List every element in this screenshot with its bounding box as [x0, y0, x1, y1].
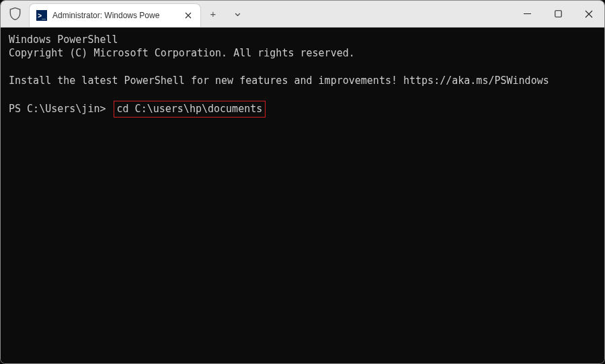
titlebar-drag-area[interactable] — [249, 1, 512, 27]
prompt-line: PS C:\Users\jin> cd C:\users\hp\document… — [9, 101, 596, 117]
close-button[interactable] — [573, 1, 604, 28]
powershell-icon: >_ — [36, 10, 47, 21]
prompt-prefix: PS C:\Users\jin> — [9, 102, 112, 116]
tab-actions: + ⌄ — [201, 1, 249, 27]
tab-close-button[interactable] — [183, 10, 194, 21]
terminal-line-2: Copyright (C) Microsoft Corporation. All… — [9, 46, 596, 60]
terminal-line-3: Install the latest PowerShell for new fe… — [9, 74, 596, 87]
terminal-area[interactable]: Windows PowerShell Copyright (C) Microso… — [1, 28, 604, 363]
powershell-icon-glyph: >_ — [38, 12, 45, 19]
tab-powershell[interactable]: >_ Administrator: Windows Powe — [29, 3, 201, 27]
new-tab-button[interactable]: + — [201, 1, 225, 28]
maximize-button[interactable] — [542, 1, 573, 28]
minimize-button[interactable] — [512, 1, 542, 28]
window-controls — [512, 1, 604, 27]
terminal-line-1: Windows PowerShell — [9, 33, 596, 46]
command-input[interactable]: cd C:\users\hp\documents — [114, 101, 266, 117]
blank-line — [9, 87, 596, 101]
blank-line — [9, 60, 596, 74]
tab-title: Administrator: Windows Powe — [52, 11, 177, 20]
shield-icon — [1, 1, 29, 27]
svg-rect-0 — [555, 11, 561, 17]
tab-dropdown-button[interactable]: ⌄ — [225, 0, 249, 26]
titlebar: >_ Administrator: Windows Powe + ⌄ — [1, 1, 604, 28]
